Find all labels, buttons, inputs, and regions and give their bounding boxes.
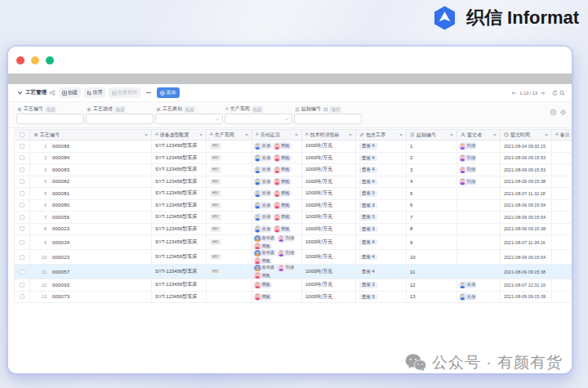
member-chip[interactable]: 吴倩 (254, 190, 272, 197)
add-button[interactable]: 添加 (157, 87, 180, 98)
submitter-chip[interactable]: 刘倩 (459, 166, 477, 173)
sync-icon[interactable] (550, 109, 556, 116)
view-procedures-link[interactable]: 查看 4 (359, 269, 377, 275)
member-chip[interactable]: 樊帆 (254, 272, 272, 279)
column-header-2[interactable]: A 生产车间 (207, 130, 252, 140)
table-row[interactable]: 3 000083 SYT-123456型车床 HY 吴倩 樊帆 (15, 164, 572, 176)
cell-start-number[interactable]: 3 (407, 164, 457, 176)
submitter-chip[interactable]: 吴倩 (459, 281, 477, 288)
select-all-checkbox[interactable] (15, 130, 30, 140)
member-chip[interactable]: 吴倩 (254, 213, 272, 221)
cell-indicator[interactable]: 1000吨/万元 (302, 212, 356, 223)
cell-submitter[interactable] (457, 224, 501, 235)
cell-indicator[interactable]: 1000吨/万元 (302, 176, 356, 188)
member-chip[interactable]: 刘倩 (278, 250, 296, 256)
member-chip[interactable]: 刘倩 (278, 235, 296, 242)
prev-page-icon[interactable] (511, 89, 517, 96)
filter-operator-badge[interactable]: 包含 (45, 106, 56, 113)
table-row[interactable]: 11 000057 SYT-123456型车床 HY 曾炜森 刘倩 (15, 265, 572, 279)
cell-submit-time[interactable]: 2021-08-09 09:15:53 (501, 164, 552, 176)
caret-down-icon[interactable] (493, 134, 497, 136)
cell-members[interactable]: 樊帆 (252, 279, 302, 291)
cell-workshop[interactable] (207, 292, 252, 303)
cell-process-code[interactable]: 5 000081 (30, 188, 152, 199)
view-procedures-link[interactable]: 查看 3 (359, 282, 377, 288)
batch-actions-button[interactable]: 批量操作 (109, 87, 140, 98)
member-chip[interactable]: 吴倩 (254, 202, 272, 209)
row-checkbox[interactable] (15, 235, 30, 249)
share-icon[interactable] (49, 90, 56, 96)
member-chip[interactable]: 吴倩 (254, 166, 272, 173)
refresh-icon[interactable] (552, 89, 558, 96)
cell-submit-time[interactable]: 2021-08-09 09:15:54 (501, 212, 552, 223)
cell-device[interactable]: SYT-123456型车床 (152, 265, 207, 279)
member-chip[interactable]: 曾炜森 (254, 235, 276, 242)
cell-submitter[interactable]: 刘倩 (457, 164, 501, 176)
cell-device[interactable]: SYT-123456型车床 (152, 188, 207, 199)
cell-procedures[interactable]: 查看 3 (356, 279, 407, 291)
cell-procedures[interactable]: 查看 3 (356, 224, 407, 235)
cell-workshop[interactable]: HY (207, 235, 252, 249)
member-chip[interactable]: 曾炜森 (254, 250, 276, 256)
caret-down-icon[interactable] (349, 134, 352, 136)
cell-process-code[interactable]: 11 000057 (30, 265, 152, 279)
cell-members[interactable]: 曾炜森 刘倩 樊帆 (252, 250, 302, 264)
member-chip[interactable]: 樊帆 (274, 154, 292, 162)
cell-remark[interactable] (552, 140, 572, 152)
cell-indicator[interactable]: 1000吨/万元 (302, 235, 356, 249)
member-chip[interactable]: 樊帆 (274, 190, 292, 197)
view-procedures-link[interactable]: 查看 4 (359, 179, 377, 185)
view-procedures-link[interactable]: 查看 3 (359, 203, 377, 209)
cell-process-code[interactable]: 8 000023 (30, 224, 152, 235)
row-checkbox[interactable] (15, 200, 30, 212)
cell-workshop[interactable]: HY (207, 250, 252, 264)
cell-workshop[interactable]: HY (207, 176, 252, 188)
cell-indicator[interactable]: 1000吨/万元 (302, 224, 356, 235)
member-chip[interactable]: 吴倩 (254, 178, 272, 185)
table-row[interactable]: 1 000086 SYT-123456型车床 HY 吴倩 樊帆 (15, 140, 572, 153)
view-procedures-link[interactable]: 查看 3 (359, 190, 377, 197)
cell-submit-time[interactable]: 2021-08-09 09:15:38 (501, 176, 552, 188)
member-chip[interactable]: 刘倩 (278, 265, 296, 271)
cell-process-code[interactable]: 10 000023 (30, 250, 152, 264)
column-header-7[interactable]: 提交者 (457, 130, 501, 140)
cell-process-code[interactable]: 3 000083 (30, 164, 152, 176)
cell-submitter[interactable]: 吴倩 (457, 292, 501, 303)
cell-process-code[interactable]: 12 000093 (30, 279, 152, 291)
table-row[interactable]: 2 000084 SYT-123456型车床 HY 吴倩 樊帆 (15, 153, 572, 165)
cell-procedures[interactable]: 查看 3 (356, 292, 407, 303)
cell-submitter[interactable]: 刘倩 (457, 153, 501, 164)
cell-procedures[interactable]: 查看 4 (356, 250, 407, 264)
filter-mode-icon[interactable] (323, 107, 328, 112)
cell-device[interactable]: SYT-123456型车床 (152, 164, 207, 176)
cell-submitter[interactable]: 吴倩 (457, 279, 501, 291)
cell-workshop[interactable]: HY (207, 212, 252, 223)
cell-submitter[interactable] (457, 188, 501, 199)
row-checkbox[interactable] (15, 224, 30, 235)
cell-start-number[interactable]: 7 (407, 212, 457, 223)
cell-device[interactable]: SYT-123456型车床 (152, 235, 207, 249)
member-chip[interactable]: 樊帆 (274, 142, 292, 149)
cell-submitter[interactable] (457, 235, 501, 249)
column-header-8[interactable]: 提交时间 (501, 130, 552, 140)
cell-workshop[interactable] (207, 279, 252, 291)
cell-procedures[interactable]: 查看 3 (356, 212, 407, 223)
cell-device[interactable]: SYT-123456型车床 (152, 200, 207, 212)
cell-device[interactable]: SYT-123456型车床 (152, 212, 207, 223)
row-checkbox[interactable] (15, 176, 30, 188)
caret-down-icon[interactable] (199, 134, 203, 136)
cell-members[interactable]: 吴倩 樊帆 (252, 176, 302, 188)
column-header-1[interactable]: A 设备选型配置 (152, 130, 207, 140)
cell-submitter[interactable] (457, 250, 501, 264)
member-chip[interactable]: 吴倩 (254, 154, 272, 162)
cell-procedures[interactable]: 查看 4 (356, 164, 407, 176)
cell-members[interactable]: 吴倩 樊帆 (252, 188, 302, 199)
row-checkbox[interactable] (15, 188, 30, 199)
cell-procedures[interactable]: 查看 3 (356, 188, 407, 199)
column-header-5[interactable]: 包含工序 (356, 130, 407, 140)
member-chip[interactable]: 吴倩 (254, 142, 272, 149)
cell-indicator[interactable]: 1000吨/万元 (302, 292, 356, 303)
cell-members[interactable]: 曾炜森 刘倩 樊帆 (252, 235, 302, 249)
filter-input[interactable] (294, 114, 362, 124)
cell-procedures[interactable]: 查看 4 (356, 140, 407, 152)
